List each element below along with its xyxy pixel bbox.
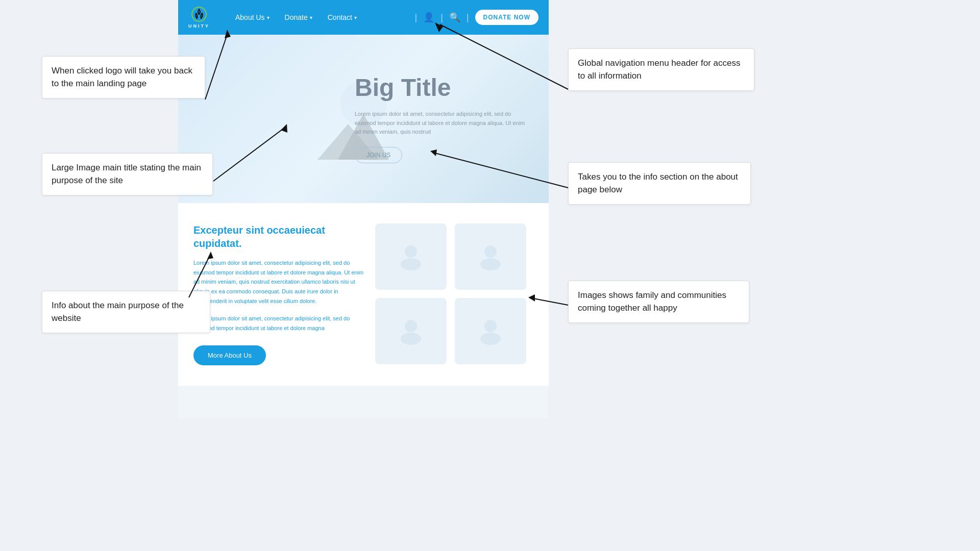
nav-about-us-label: About Us	[235, 13, 265, 21]
join-us-button[interactable]: JOIN US	[355, 147, 402, 163]
search-icon[interactable]: 🔍	[449, 12, 460, 23]
website-mockup: UNITY About Us ▾ Donate ▾ Contact ▾ | 👤 …	[178, 0, 549, 418]
about-text-content: Excepteur sint occaeuiecat cupidatat. Lo…	[193, 223, 365, 365]
nav-about-us[interactable]: About Us ▾	[235, 13, 270, 21]
about-images-grid	[375, 223, 533, 365]
nav-about-us-caret: ▾	[267, 15, 270, 20]
user-icon[interactable]: 👤	[423, 12, 434, 23]
community-image-4-icon	[475, 316, 506, 346]
annotation-about-text: Info about the main purpose of the websi…	[42, 291, 210, 333]
about-heading: Excepteur sint occaeuiecat cupidatat.	[193, 223, 365, 250]
community-image-2	[455, 223, 526, 290]
more-about-button[interactable]: More About Us	[193, 345, 266, 365]
nav-contact-label: Contact	[328, 13, 352, 21]
svg-point-5	[401, 258, 421, 270]
community-image-4	[455, 298, 526, 364]
annotation-join-us: Takes you to the info section on the abo…	[568, 162, 751, 205]
image-row-bottom	[375, 298, 533, 364]
donate-now-button[interactable]: DONATE NOW	[475, 10, 538, 25]
hero-section: Big Title Lorem ipsum dolor sit amet, co…	[178, 35, 549, 203]
hero-content: Big Title Lorem ipsum dolor sit amet, co…	[355, 74, 528, 163]
nav-donate[interactable]: Donate ▾	[285, 13, 312, 21]
nav-contact[interactable]: Contact ▾	[328, 13, 357, 21]
annotation-about-images: Images shows family and communities comi…	[568, 281, 749, 323]
community-image-1	[375, 223, 447, 290]
svg-point-6	[484, 245, 497, 258]
community-image-3	[375, 298, 447, 364]
community-image-2-icon	[475, 241, 506, 272]
about-section: Excepteur sint occaeuiecat cupidatat. Lo…	[178, 203, 549, 386]
logo-text-label: UNITY	[188, 23, 210, 29]
svg-point-8	[405, 320, 417, 332]
separator-1: |	[415, 12, 418, 23]
svg-point-11	[480, 333, 501, 345]
svg-point-7	[480, 258, 501, 270]
nav-right-section: | 👤 | 🔍 | DONATE NOW	[415, 10, 539, 25]
separator-2: |	[440, 12, 443, 23]
separator-3: |	[467, 12, 469, 23]
annotation-nav-menu: Global navigation menu header for access…	[568, 48, 754, 91]
nav-donate-label: Donate	[285, 13, 308, 21]
svg-point-4	[405, 245, 417, 258]
svg-point-9	[401, 333, 421, 345]
annotation-logo: When clicked logo will take you back to …	[42, 56, 205, 98]
hero-title: Big Title	[355, 74, 528, 102]
annotation-hero-image: Large Image main title stating the main …	[42, 153, 213, 195]
community-image-3-icon	[396, 316, 426, 346]
nav-donate-caret: ▾	[310, 15, 312, 20]
navigation-bar: UNITY About Us ▾ Donate ▾ Contact ▾ | 👤 …	[178, 0, 549, 35]
image-row-top	[375, 223, 533, 290]
nav-contact-caret: ▾	[354, 15, 357, 20]
logo[interactable]: UNITY	[188, 6, 210, 29]
svg-point-10	[484, 320, 497, 332]
logo-icon	[191, 6, 207, 22]
hero-body-text: Lorem ipsum dolor sit amet, consectetur …	[355, 110, 528, 137]
about-paragraph-2: Lorem ipsum dolor sit amet, consectetur …	[193, 314, 365, 333]
community-image-1-icon	[396, 241, 426, 272]
about-paragraph-1: Lorem ipsum dolor sit amet, consectetur …	[193, 258, 365, 306]
